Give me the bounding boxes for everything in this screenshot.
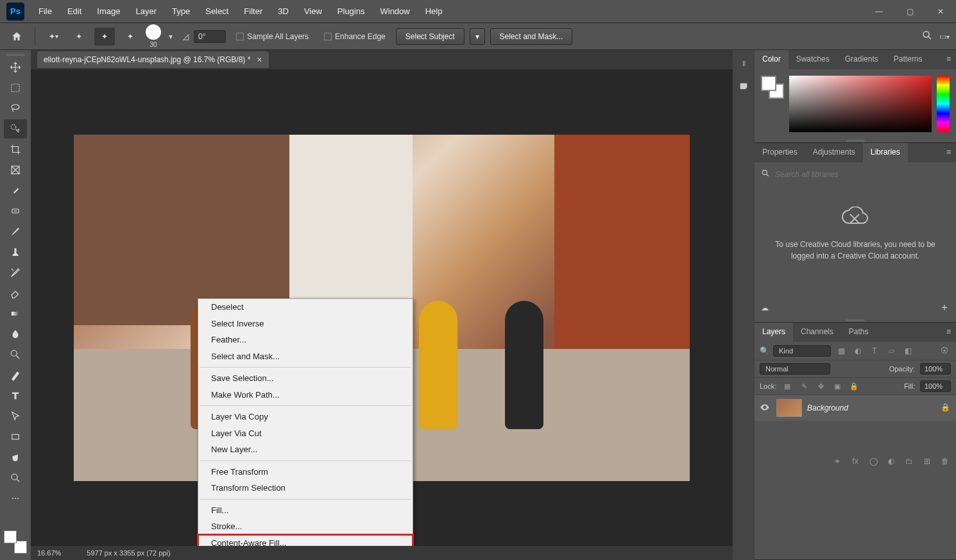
layer-filter-kind[interactable]: Kind — [773, 345, 831, 357]
menu-layer[interactable]: Layer — [128, 1, 165, 21]
add-library-icon[interactable]: ＋ — [939, 301, 950, 314]
lock-artboard-icon[interactable]: ▣ — [832, 380, 843, 392]
dodge-tool[interactable] — [4, 345, 27, 364]
close-window-button[interactable]: ✕ — [925, 0, 956, 23]
layer-row[interactable]: Background 🔒 — [755, 395, 956, 421]
lock-transparency-icon[interactable]: ▦ — [781, 380, 793, 392]
tab-color[interactable]: Color — [755, 50, 789, 69]
ctx-save-selection[interactable]: Save Selection... — [198, 370, 413, 387]
layers-panel-menu-icon[interactable]: ≡ — [941, 323, 956, 342]
select-subject-button[interactable]: Select Subject — [396, 28, 465, 45]
libraries-panel-menu-icon[interactable]: ≡ — [941, 143, 956, 162]
tab-gradients[interactable]: Gradients — [837, 50, 886, 69]
color-fg-swatch[interactable] — [761, 76, 776, 91]
type-tool[interactable] — [4, 386, 27, 405]
fill-input[interactable]: 100% — [920, 380, 951, 392]
move-tool[interactable] — [4, 58, 27, 77]
group-layers-icon[interactable]: 🗀 — [903, 455, 915, 467]
ctx-fill[interactable]: Fill... — [198, 502, 413, 519]
collapsed-panel-icon-1[interactable]: ⫴ — [737, 56, 751, 71]
pen-tool[interactable] — [4, 366, 27, 385]
filter-type-icon[interactable]: T — [868, 344, 881, 357]
tab-adjustments[interactable]: Adjustments — [805, 143, 863, 162]
quick-selection-tool[interactable] — [4, 119, 27, 139]
quick-select-replace-icon[interactable]: ✦ — [120, 28, 141, 46]
filter-shape-icon[interactable]: ▱ — [885, 344, 898, 357]
color-swatches-tool[interactable] — [4, 530, 27, 554]
ctx-layer-via-copy[interactable]: Layer Via Copy — [198, 409, 413, 425]
eraser-tool[interactable] — [4, 284, 27, 303]
tab-layers[interactable]: Layers — [755, 323, 793, 342]
opacity-input[interactable]: 100% — [920, 363, 951, 375]
menu-help[interactable]: Help — [418, 1, 450, 21]
filter-toggle-icon[interactable]: ⦿ — [938, 344, 951, 357]
menu-view[interactable]: View — [296, 1, 330, 21]
tab-paths[interactable]: Paths — [841, 323, 876, 342]
filter-adjustment-icon[interactable]: ◐ — [851, 344, 864, 357]
angle-input[interactable] — [194, 30, 226, 43]
layer-style-icon[interactable]: fx — [849, 455, 861, 467]
menu-3d[interactable]: 3D — [270, 1, 296, 21]
blur-tool[interactable] — [4, 325, 27, 344]
path-selection-tool[interactable] — [4, 407, 27, 426]
libraries-panel-resize-handle[interactable] — [755, 318, 956, 322]
ctx-new-layer[interactable]: New Layer... — [198, 441, 413, 458]
healing-brush-tool[interactable] — [4, 201, 27, 221]
tab-swatches[interactable]: Swatches — [789, 50, 837, 69]
edit-toolbar-icon[interactable]: ⋯ — [4, 489, 27, 508]
lasso-tool[interactable] — [4, 99, 27, 118]
ctx-select-and-mask[interactable]: Select and Mask... — [198, 348, 413, 365]
ctx-transform-selection[interactable]: Transform Selection — [198, 480, 413, 496]
filter-smart-icon[interactable]: ◧ — [901, 344, 914, 357]
link-layers-icon[interactable]: ⚭ — [832, 455, 843, 467]
frame-tool[interactable] — [4, 160, 27, 180]
clone-stamp-tool[interactable] — [4, 242, 27, 262]
lock-brush-icon[interactable]: ✎ — [798, 380, 810, 392]
quick-select-subtract-icon[interactable]: ✦ — [94, 28, 115, 46]
tab-patterns[interactable]: Patterns — [886, 50, 930, 69]
menu-image[interactable]: Image — [89, 1, 128, 21]
ctx-feather[interactable]: Feather... — [198, 332, 413, 348]
layer-thumbnail[interactable] — [776, 399, 802, 417]
menu-file[interactable]: File — [31, 1, 60, 21]
ctx-stroke[interactable]: Stroke... — [198, 518, 413, 535]
layer-visibility-icon[interactable] — [760, 402, 771, 414]
layer-name[interactable]: Background — [807, 403, 935, 412]
rectangle-tool[interactable] — [4, 427, 27, 446]
zoom-level[interactable]: 16.67% — [37, 549, 61, 557]
lock-position-icon[interactable]: ✥ — [815, 380, 826, 392]
ctx-make-work-path[interactable]: Make Work Path... — [198, 387, 413, 403]
quick-select-new-icon[interactable]: ✦▾ — [43, 28, 64, 46]
collapsed-panel-icon-2[interactable] — [737, 80, 751, 94]
new-layer-icon[interactable]: ⊞ — [921, 455, 933, 467]
ctx-deselect[interactable]: Deselect — [198, 299, 413, 316]
tab-properties[interactable]: Properties — [755, 143, 805, 162]
close-tab-icon[interactable]: × — [257, 55, 262, 65]
foreground-color-swatch[interactable] — [4, 530, 17, 543]
select-and-mask-button[interactable]: Select and Mask... — [490, 28, 573, 45]
color-field[interactable] — [789, 76, 932, 132]
filter-pixel-icon[interactable]: ▦ — [835, 344, 848, 357]
workspace-icon[interactable]: ▭▾ — [939, 32, 950, 41]
quick-select-add-icon[interactable]: ✦ — [69, 28, 89, 46]
menu-plugins[interactable]: Plugins — [330, 1, 373, 21]
home-icon[interactable] — [6, 28, 27, 46]
select-subject-dropdown-icon[interactable]: ▾ — [470, 28, 485, 45]
tab-channels[interactable]: Channels — [793, 323, 841, 342]
gradient-tool[interactable] — [4, 304, 27, 323]
document-tab[interactable]: eliott-reyna-jCEpN62oWL4-unsplash.jpg @ … — [37, 51, 269, 68]
history-brush-tool[interactable] — [4, 263, 27, 282]
eyedropper-tool[interactable] — [4, 181, 27, 200]
brush-preview[interactable]: 30 — [146, 24, 161, 48]
layer-mask-icon[interactable]: ◯ — [867, 455, 879, 467]
brush-tool[interactable] — [4, 222, 27, 241]
menu-filter[interactable]: Filter — [236, 1, 270, 21]
ctx-free-transform[interactable]: Free Transform — [198, 464, 413, 480]
tab-libraries[interactable]: Libraries — [863, 143, 908, 162]
menu-select[interactable]: Select — [198, 1, 236, 21]
sample-all-layers-checkbox[interactable]: Sample All Layers — [236, 32, 309, 41]
ctx-content-aware-fill[interactable]: Content-Aware Fill... — [198, 535, 413, 547]
canvas[interactable]: Deselect Select Inverse Feather... Selec… — [31, 69, 733, 546]
library-search-input[interactable] — [775, 170, 950, 179]
enhance-edge-checkbox[interactable]: Enhance Edge — [324, 32, 386, 41]
